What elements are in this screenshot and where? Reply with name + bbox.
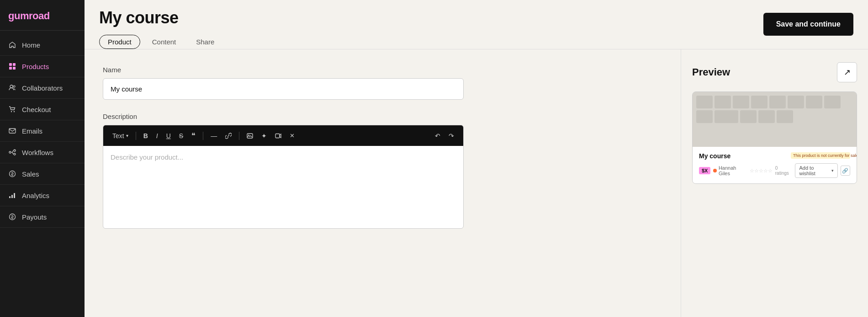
preview-card-body: My course This product is not currently …	[693, 147, 857, 183]
svg-rect-19	[275, 134, 280, 138]
toolbar-close-btn[interactable]: ✕	[287, 131, 297, 140]
sidebar-item-sales-label: Sales	[22, 170, 39, 178]
preview-card-image	[693, 92, 857, 147]
preview-not-for-sale-badge: This product is not currently for sale.	[791, 152, 850, 159]
svg-rect-15	[14, 193, 15, 198]
preview-author: Hannah Giles	[713, 165, 746, 176]
analytics-icon	[8, 191, 16, 199]
products-icon	[8, 62, 16, 70]
toolbar-italic-btn[interactable]: I	[153, 131, 161, 141]
logo: gumroad	[0, 0, 85, 31]
sales-icon	[8, 170, 16, 178]
toolbar-underline-btn[interactable]: U	[164, 131, 174, 141]
description-editor-body[interactable]: Describe your product...	[103, 146, 463, 228]
tab-product[interactable]: Product	[99, 35, 140, 49]
toolbar-hr-btn[interactable]: —	[208, 131, 220, 141]
page-title: My course	[99, 8, 222, 27]
toolbar-bold-btn[interactable]: B	[141, 131, 151, 141]
toolbar-sparkle-btn[interactable]: ✦	[259, 131, 270, 141]
tab-content[interactable]: Content	[144, 35, 185, 48]
svg-rect-13	[9, 196, 11, 198]
main-area: My course Product Content Share Save and…	[85, 0, 868, 317]
share-link-btn[interactable]: 🔗	[841, 166, 850, 176]
toolbar-divider-1	[136, 132, 136, 140]
wishlist-label: Add to wishlist	[799, 165, 830, 176]
sidebar-item-payouts-label: Payouts	[22, 213, 47, 221]
form-panel: Name Description Text ▾ B I U S	[85, 49, 681, 317]
sidebar-item-home[interactable]: Home	[0, 34, 85, 56]
toolbar-redo-btn[interactable]: ↷	[446, 131, 457, 141]
toolbar-video-btn[interactable]	[272, 131, 284, 140]
svg-point-7	[14, 111, 15, 112]
placeholder-block	[788, 96, 804, 108]
svg-rect-8	[9, 129, 16, 133]
description-editor: Text ▾ B I U S ❝ —	[103, 125, 464, 229]
name-input[interactable]	[103, 78, 464, 100]
toolbar-text-label: Text	[112, 132, 124, 140]
svg-rect-14	[11, 195, 13, 198]
svg-point-9	[9, 151, 11, 153]
svg-point-4	[10, 85, 13, 88]
toolbar-quote-btn[interactable]: ❝	[189, 130, 198, 141]
toolbar-divider-2	[203, 132, 203, 140]
sidebar-item-analytics[interactable]: Analytics	[0, 185, 85, 206]
preview-rating-count: 0 ratings	[775, 166, 792, 176]
sidebar-item-emails[interactable]: Emails	[0, 120, 85, 142]
sidebar-item-workflows[interactable]: Workflows	[0, 142, 85, 163]
emails-icon	[8, 127, 16, 135]
external-link-icon: ↗	[844, 67, 851, 77]
svg-rect-2	[9, 67, 12, 70]
sidebar-item-checkout-label: Checkout	[22, 106, 51, 113]
preview-wishlist-btn[interactable]: Add to wishlist ▾	[795, 163, 838, 178]
placeholder-block	[769, 96, 786, 108]
toolbar-undo-btn[interactable]: ↶	[432, 131, 443, 141]
placeholder-block	[758, 110, 775, 123]
name-field-group: Name	[103, 66, 662, 100]
tab-share[interactable]: Share	[188, 35, 222, 48]
description-label: Description	[103, 113, 662, 120]
tabs: Product Content Share	[99, 35, 222, 49]
svg-point-11	[14, 153, 16, 155]
sidebar-item-payouts[interactable]: Payouts	[0, 206, 85, 228]
name-label: Name	[103, 66, 662, 74]
editor-toolbar: Text ▾ B I U S ❝ —	[103, 125, 463, 146]
sidebar-item-sales[interactable]: Sales	[0, 163, 85, 185]
sidebar: gumroad Home Products	[0, 0, 85, 317]
placeholder-block	[806, 96, 822, 108]
home-icon	[8, 41, 16, 49]
preview-panel: Preview ↗	[681, 49, 868, 317]
preview-header: Preview ↗	[692, 62, 857, 82]
toolbar-strikethrough-btn[interactable]: S	[176, 131, 186, 141]
placeholder-block	[715, 110, 738, 123]
sidebar-item-home-label: Home	[22, 41, 40, 49]
content-area: Name Description Text ▾ B I U S	[85, 49, 868, 317]
chevron-down-icon: ▾	[831, 168, 834, 173]
save-continue-button[interactable]: Save and continue	[763, 13, 853, 36]
preview-price-badge: $X	[699, 167, 710, 174]
description-field-group: Description Text ▾ B I U S ❝	[103, 113, 662, 229]
svg-rect-3	[13, 67, 16, 70]
preview-actions: Add to wishlist ▾ 🔗	[795, 163, 850, 178]
placeholder-block	[777, 110, 793, 123]
preview-course-title: My course	[699, 152, 730, 160]
svg-rect-17	[247, 134, 253, 138]
placeholder-block	[733, 96, 749, 108]
placeholder-block	[824, 96, 841, 108]
sidebar-item-collaborators[interactable]: Collaborators	[0, 77, 85, 99]
preview-meta: $X Hannah Giles ☆☆☆☆☆ 0 ratings Add to w…	[699, 163, 850, 178]
preview-open-button[interactable]: ↗	[837, 62, 857, 82]
sidebar-item-products[interactable]: Products	[0, 56, 85, 77]
svg-rect-0	[9, 63, 12, 66]
placeholder-block	[715, 96, 731, 108]
toolbar-text-dropdown[interactable]: Text ▾	[110, 131, 131, 141]
preview-meta-left: $X Hannah Giles ☆☆☆☆☆ 0 ratings	[699, 165, 791, 176]
sidebar-item-workflows-label: Workflows	[22, 149, 53, 156]
sidebar-item-collaborators-label: Collaborators	[22, 84, 63, 92]
sidebar-item-checkout[interactable]: Checkout	[0, 99, 85, 120]
placeholder-block	[740, 110, 757, 123]
svg-rect-1	[13, 63, 16, 66]
placeholder-block	[696, 96, 713, 108]
toolbar-image-btn[interactable]	[244, 131, 256, 140]
svg-point-6	[11, 111, 12, 112]
toolbar-link-btn[interactable]	[222, 131, 234, 140]
